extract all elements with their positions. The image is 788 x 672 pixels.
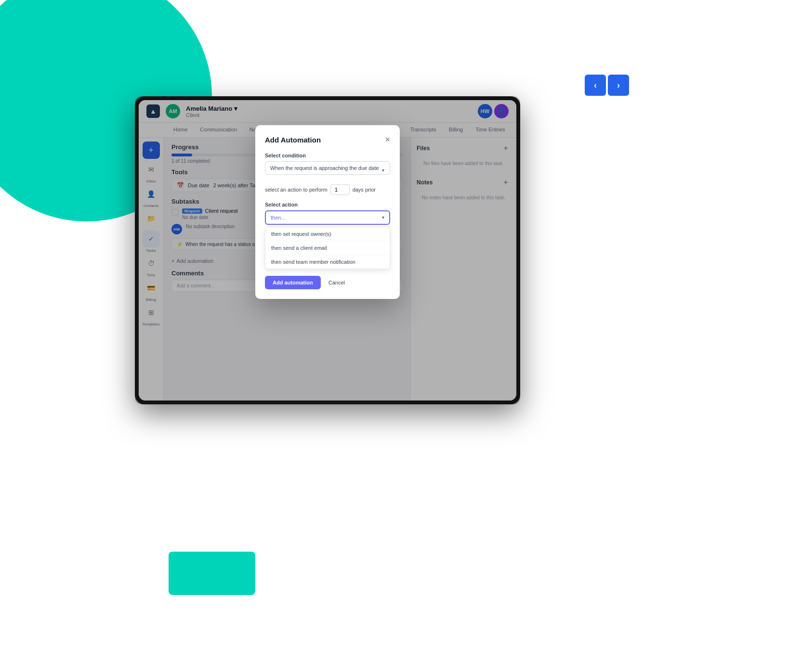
device-screen: ▲ AM Amelia Mariano ▾ Client HW 👤 Home C…	[139, 100, 516, 401]
next-arrow-button[interactable]: ›	[608, 75, 629, 96]
teal-rect-decoration	[169, 552, 255, 595]
add-automation-modal: Add Automation × Select condition When t…	[255, 125, 400, 299]
modal-header: Add Automation ×	[265, 135, 390, 145]
device-frame: ▲ AM Amelia Mariano ▾ Client HW 👤 Home C…	[135, 96, 520, 404]
days-suffix: days prior	[353, 187, 376, 193]
action-label: Select action	[265, 202, 390, 207]
option-client-email[interactable]: then send a client email	[265, 241, 390, 255]
condition-label: Select condition	[265, 153, 390, 158]
days-prefix: select an action to perform	[265, 187, 328, 193]
option-set-owner[interactable]: then set request owner(s)	[265, 227, 390, 241]
action-select-wrapper: then...	[265, 210, 390, 225]
action-dropdown-options: then set request owner(s) then send a cl…	[265, 227, 390, 269]
option-team-notification[interactable]: then send team member notification	[265, 255, 390, 269]
modal-title: Add Automation	[265, 136, 321, 144]
cancel-button[interactable]: Cancel	[325, 276, 349, 289]
modal-close-button[interactable]: ×	[385, 135, 390, 145]
days-input[interactable]	[330, 184, 350, 195]
condition-select-wrapper: When the request is approaching the due …	[265, 161, 390, 180]
action-select[interactable]: then...	[265, 210, 390, 225]
condition-select[interactable]: When the request is approaching the due …	[265, 161, 390, 175]
modal-overlay[interactable]: Add Automation × Select condition When t…	[139, 100, 516, 401]
modal-footer: Add automation Cancel	[265, 276, 390, 289]
nav-arrows-container: ‹ ›	[585, 75, 629, 96]
days-row: select an action to perform days prior	[265, 184, 390, 195]
prev-arrow-button[interactable]: ‹	[585, 75, 606, 96]
add-automation-submit-button[interactable]: Add automation	[265, 276, 321, 289]
